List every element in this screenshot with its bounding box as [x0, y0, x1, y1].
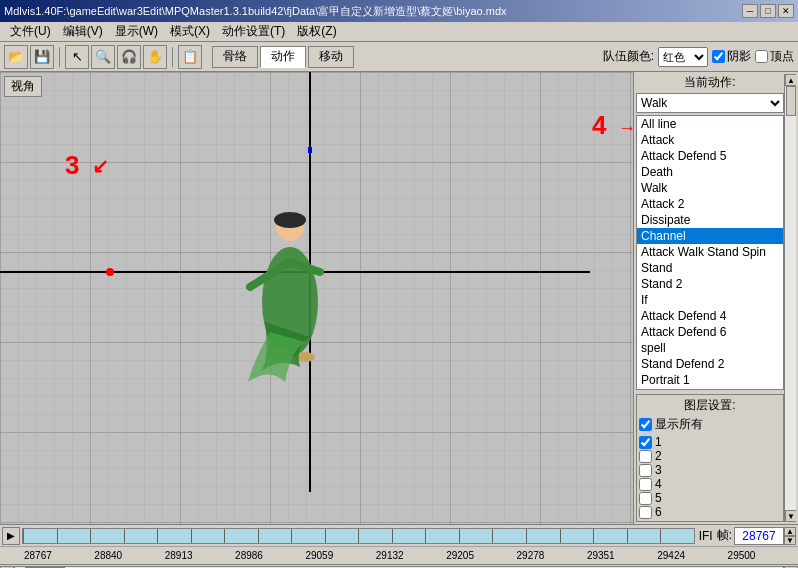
timeline-track[interactable]	[22, 528, 695, 544]
layer-checkbox-4[interactable]	[639, 478, 652, 491]
vertex-checkbox[interactable]	[755, 50, 768, 63]
shadow-checkbox-label[interactable]: 阴影	[712, 48, 751, 65]
action-list-item[interactable]: Portrait 1	[637, 372, 783, 388]
timeline-tick	[492, 529, 493, 543]
show-all-checkbox[interactable]	[639, 418, 652, 431]
color-select[interactable]: 红色 蓝色 绿色	[658, 47, 708, 67]
layer-checkbox-1[interactable]	[639, 436, 652, 449]
action-list-item[interactable]: Attack Walk Stand Spin	[637, 244, 783, 260]
timeline-number: 28767	[24, 550, 94, 561]
action-list-item[interactable]: All line	[637, 116, 783, 132]
timeline-tick	[57, 529, 58, 543]
frame-spin-down[interactable]: ▼	[784, 536, 796, 545]
scroll-down-arrow[interactable]: ▼	[785, 510, 796, 522]
timeline-number: 29424	[657, 550, 727, 561]
timeline-tick	[593, 529, 594, 543]
layer-label-3: 3	[655, 463, 662, 477]
layer-label-2: 2	[655, 449, 662, 463]
vertex-checkbox-label[interactable]: 顶点	[755, 48, 794, 65]
timeline-tick	[627, 529, 628, 543]
layer-label-4: 4	[655, 477, 662, 491]
action-list-item[interactable]: Attack Defend 5	[637, 148, 783, 164]
grid-svg	[0, 72, 633, 524]
menu-file[interactable]: 文件(U)	[4, 21, 57, 42]
tab-skeleton[interactable]: 骨络	[212, 46, 258, 68]
action-list-item[interactable]: Attack	[637, 132, 783, 148]
menu-edit[interactable]: 编辑(V)	[57, 21, 109, 42]
timeline-tick	[23, 529, 24, 543]
layer-label-1: 1	[655, 435, 662, 449]
action-list[interactable]: All lineAttackAttack Defend 5DeathWalkAt…	[636, 115, 784, 390]
headphone-button[interactable]: 🎧	[117, 45, 141, 69]
menu-mode[interactable]: 模式(X)	[164, 21, 216, 42]
timeline-tick	[660, 529, 661, 543]
viewport-label[interactable]: 视角	[4, 76, 42, 97]
frame-input[interactable]	[734, 527, 784, 545]
toolbar-right: 队伍颜色: 红色 蓝色 绿色 阴影 顶点	[603, 47, 794, 67]
scroll-thumb[interactable]	[786, 86, 796, 116]
open-button[interactable]: 📂	[4, 45, 28, 69]
action-list-item[interactable]: Stand Defend 2	[637, 356, 783, 372]
layer-checkbox-6[interactable]	[639, 506, 652, 519]
action-list-item[interactable]: Walk	[637, 180, 783, 196]
layer-checkbox-3[interactable]	[639, 464, 652, 477]
action-list-item[interactable]: Death	[637, 164, 783, 180]
close-button[interactable]: ✕	[778, 4, 794, 18]
tab-move[interactable]: 移动	[308, 46, 354, 68]
tab-action[interactable]: 动作	[260, 46, 306, 68]
save-button[interactable]: 💾	[30, 45, 54, 69]
scroll-up-arrow[interactable]: ▲	[785, 74, 796, 86]
svg-point-5	[106, 268, 114, 276]
layer-row: 1	[639, 435, 781, 449]
action-list-item[interactable]: Channel	[637, 228, 783, 244]
frame-spinners: ▲ ▼	[784, 527, 796, 545]
frame-spin-up[interactable]: ▲	[784, 527, 796, 536]
right-scrollbar[interactable]: ▲ ▼	[784, 74, 796, 522]
timeline-tick	[459, 529, 460, 543]
layer-checkbox-5[interactable]	[639, 492, 652, 505]
play-button[interactable]: ▶	[2, 527, 20, 545]
shadow-checkbox[interactable]	[712, 50, 725, 63]
layer-settings-title: 图层设置:	[639, 397, 781, 414]
menu-action-settings[interactable]: 动作设置(T)	[216, 21, 291, 42]
toolbar: 📂 💾 ↖ 🔍 🎧 ✋ 📋 骨络 动作 移动 队伍颜色: 红色 蓝色 绿色 阴影…	[0, 42, 798, 72]
timeline-number: 29351	[587, 550, 657, 561]
timeline-tick	[191, 529, 192, 543]
action-list-item[interactable]: Attack Defend 4	[637, 308, 783, 324]
layer-checkbox-2[interactable]	[639, 450, 652, 463]
action-list-item[interactable]: Attack 2	[637, 196, 783, 212]
menu-bar: 文件(U) 编辑(V) 显示(W) 模式(X) 动作设置(T) 版权(Z)	[0, 22, 798, 42]
action-list-item[interactable]: Attack Defend 6	[637, 324, 783, 340]
action-list-item[interactable]: Dissipate	[637, 212, 783, 228]
action-dropdown[interactable]: Walk	[636, 93, 784, 113]
action-list-item[interactable]: If	[637, 292, 783, 308]
show-all-label: 显示所有	[655, 416, 703, 433]
timeline-tick	[124, 529, 125, 543]
layer-row: 3	[639, 463, 781, 477]
right-panel: 当前动作: Walk All lineAttackAttack Defend 5…	[633, 72, 798, 524]
maximize-button[interactable]: □	[760, 4, 776, 18]
menu-view[interactable]: 显示(W)	[109, 21, 164, 42]
pointer-button[interactable]: ↖	[65, 45, 89, 69]
timeline-number: 28986	[235, 550, 305, 561]
show-all-row: 显示所有	[639, 416, 781, 433]
bottom-scrollbar[interactable]: ◄ ►	[0, 564, 798, 568]
copy-button[interactable]: 📋	[178, 45, 202, 69]
timeline-number: 29278	[517, 550, 587, 561]
menu-copyright[interactable]: 版权(Z)	[291, 21, 342, 42]
action-list-item[interactable]: Stand	[637, 260, 783, 276]
action-list-item[interactable]: Stand 2	[637, 276, 783, 292]
timeline-number: 29132	[376, 550, 446, 561]
timeline-tick	[157, 529, 158, 543]
action-select-container: Walk	[636, 93, 784, 113]
action-list-item[interactable]: Attack Defend 3	[637, 388, 783, 390]
hand-button[interactable]: ✋	[143, 45, 167, 69]
zoom-button[interactable]: 🔍	[91, 45, 115, 69]
timeline-tick	[291, 529, 292, 543]
layer-rows: 123456	[639, 435, 781, 519]
layer-settings: 图层设置: 显示所有 123456	[636, 394, 784, 522]
viewport-area[interactable]: 视角 3 ↙	[0, 72, 633, 524]
minimize-button[interactable]: ─	[742, 4, 758, 18]
timeline-tick	[392, 529, 393, 543]
action-list-item[interactable]: spell	[637, 340, 783, 356]
